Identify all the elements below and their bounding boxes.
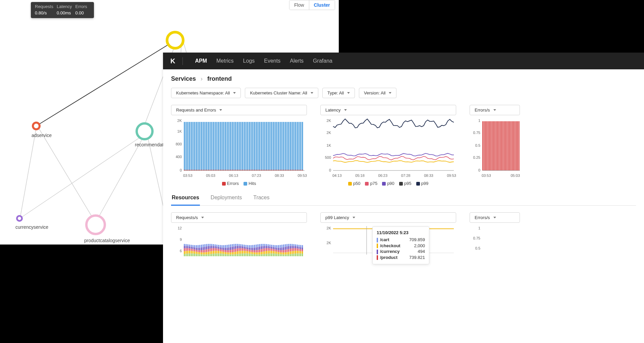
- node-productcatalog[interactable]: [85, 214, 106, 235]
- svg-rect-366: [247, 251, 248, 254]
- lower-chart1-plot[interactable]: [171, 226, 307, 256]
- chart3-selector[interactable]: Errors/s: [470, 105, 520, 115]
- svg-rect-394: [256, 245, 257, 247]
- chart1-plot[interactable]: [171, 119, 307, 172]
- nav-events[interactable]: Events: [264, 58, 280, 64]
- svg-rect-15: [189, 122, 190, 170]
- tab-resources[interactable]: Resources: [171, 192, 200, 206]
- svg-rect-53: [221, 122, 223, 170]
- filter-type[interactable]: Type: All: [322, 88, 355, 98]
- svg-rect-391: [256, 253, 257, 255]
- svg-rect-432: [269, 248, 270, 251]
- svg-rect-269: [213, 244, 214, 246]
- node-recommendation[interactable]: [136, 122, 154, 140]
- svg-rect-229: [199, 245, 200, 248]
- svg-rect-308: [227, 248, 228, 250]
- svg-rect-156: [489, 121, 490, 170]
- svg-rect-313: [228, 248, 229, 250]
- chart-requests-per-s: Requests/s 12 9 6: [171, 212, 307, 256]
- svg-rect-407: [261, 249, 262, 252]
- toggle-flow[interactable]: Flow: [289, 0, 309, 10]
- chart2-legend: p50 p75 p90 p95 p99: [320, 181, 456, 186]
- svg-rect-129: [286, 122, 288, 170]
- svg-rect-528: [302, 248, 303, 250]
- svg-rect-478: [285, 247, 286, 250]
- svg-rect-173: [512, 121, 513, 170]
- svg-rect-431: [269, 251, 270, 253]
- lower-chart2-selector[interactable]: p99 Latency: [320, 212, 456, 223]
- svg-rect-451: [276, 252, 277, 254]
- svg-rect-41: [211, 122, 213, 170]
- nav-grafana[interactable]: Grafana: [313, 58, 332, 64]
- svg-rect-522: [300, 249, 301, 251]
- filter-version[interactable]: Version: All: [359, 88, 396, 98]
- svg-rect-356: [244, 251, 245, 254]
- svg-rect-470: [283, 254, 284, 256]
- chevron-down-icon: [311, 92, 313, 94]
- svg-rect-9: [184, 122, 185, 170]
- svg-rect-280: [218, 254, 219, 256]
- svg-rect-325: [233, 254, 234, 256]
- svg-rect-460: [280, 254, 281, 256]
- svg-rect-508: [295, 246, 296, 248]
- node-adservice-label: adservice: [32, 133, 52, 138]
- tooltip-date: 11/10/2022 5:23: [377, 230, 425, 235]
- nav-apm[interactable]: APM: [195, 58, 207, 64]
- filter-namespace[interactable]: Kubernetes Namespace: All: [171, 88, 241, 98]
- svg-rect-309: [227, 245, 228, 248]
- svg-rect-321: [232, 252, 233, 254]
- svg-rect-265: [213, 254, 214, 256]
- node-currencyservice[interactable]: [16, 215, 23, 222]
- svg-rect-200: [191, 254, 192, 256]
- svg-rect-259: [210, 244, 211, 246]
- chart-requests-errors: Requests and Errors 2K 1K 800 400 0 03:5…: [171, 105, 307, 186]
- svg-rect-380: [252, 254, 253, 256]
- breadcrumb-root[interactable]: Services: [171, 75, 196, 82]
- tab-traces[interactable]: Traces: [253, 192, 270, 205]
- svg-rect-182: [184, 248, 185, 251]
- svg-rect-365: [247, 254, 248, 256]
- svg-rect-306: [227, 252, 228, 254]
- nav-logs[interactable]: Logs: [243, 58, 255, 64]
- svg-rect-455: [278, 254, 279, 256]
- svg-rect-444: [273, 245, 274, 247]
- svg-rect-396: [257, 252, 258, 254]
- svg-rect-458: [278, 248, 279, 250]
- node-adservice[interactable]: [32, 122, 41, 130]
- svg-rect-176: [516, 121, 517, 170]
- svg-rect-255: [210, 254, 211, 256]
- svg-rect-111: [271, 122, 272, 170]
- svg-rect-433: [269, 247, 270, 249]
- svg-rect-456: [278, 252, 279, 254]
- nav-alerts[interactable]: Alerts: [290, 58, 304, 64]
- toggle-cluster[interactable]: Cluster: [309, 0, 335, 10]
- nav-metrics[interactable]: Metrics: [216, 58, 234, 64]
- svg-rect-450: [276, 254, 277, 256]
- tab-deployments[interactable]: Deployments: [210, 192, 243, 205]
- svg-rect-236: [203, 253, 204, 255]
- svg-rect-454: [276, 245, 277, 248]
- svg-rect-45: [215, 122, 216, 170]
- svg-rect-189: [185, 244, 186, 246]
- svg-rect-139: [295, 122, 297, 170]
- svg-rect-502: [293, 248, 294, 251]
- lower-chart1-selector[interactable]: Requests/s: [171, 212, 307, 223]
- view-toggle: Flow Cluster: [289, 0, 335, 10]
- node-recommendation-label: recommendat: [135, 142, 164, 147]
- apm-nav: K APM Metrics Logs Events Alerts Grafana: [163, 53, 644, 69]
- svg-rect-31: [203, 122, 204, 170]
- lower-chart3-selector[interactable]: Errors/s: [470, 212, 520, 223]
- filter-cluster[interactable]: Kubernetes Cluster Name: All: [245, 88, 318, 98]
- svg-rect-406: [261, 252, 262, 254]
- svg-rect-445: [274, 254, 275, 256]
- svg-rect-196: [189, 251, 190, 253]
- svg-rect-254: [208, 244, 209, 246]
- svg-rect-354: [242, 245, 243, 247]
- chart1-selector[interactable]: Requests and Errors: [171, 105, 307, 115]
- svg-rect-267: [213, 248, 214, 251]
- chart2-selector[interactable]: Latency: [320, 105, 456, 115]
- svg-rect-49: [218, 122, 219, 170]
- svg-rect-241: [204, 252, 205, 254]
- node-frontend[interactable]: [166, 31, 184, 50]
- chart2-plot[interactable]: [320, 119, 456, 172]
